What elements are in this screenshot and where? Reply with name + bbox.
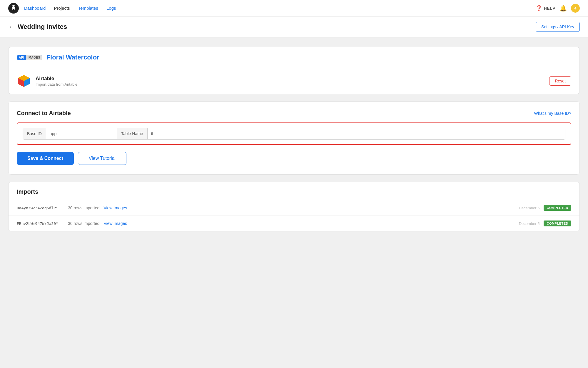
- connect-card: Connect to Airtable What's my Base ID? B…: [8, 101, 580, 175]
- airtable-title: Airtable: [36, 76, 77, 82]
- connect-section: Connect to Airtable What's my Base ID? B…: [9, 102, 579, 174]
- api-images-badge: API IMAGES: [17, 55, 42, 60]
- nav-projects[interactable]: Projects: [54, 6, 70, 11]
- imports-card: Imports Ra4ynXwZ34Zog5dlPj 30 rows impor…: [8, 182, 580, 231]
- api-badge: API: [17, 55, 26, 60]
- template-header: API IMAGES Floral Watercolor: [9, 47, 579, 68]
- whats-base-id-link[interactable]: What's my Base ID?: [534, 111, 571, 116]
- airtable-row: Airtable Import data from Airtable Reset: [9, 68, 579, 94]
- button-row: Save & Connect View Tutorial: [17, 152, 571, 165]
- svg-point-3: [14, 6, 15, 7]
- airtable-subtitle: Import data from Airtable: [36, 82, 77, 87]
- nav-dashboard[interactable]: Dashboard: [24, 6, 46, 11]
- help-icon: ❓: [536, 5, 542, 11]
- template-card: API IMAGES Floral Watercolor Airtable Im…: [8, 47, 580, 94]
- airtable-icon: [17, 74, 31, 88]
- input-row-wrapper: Base ID Table Name: [17, 122, 571, 145]
- base-id-input[interactable]: [46, 128, 117, 139]
- settings-api-key-button[interactable]: Settings / API Key: [536, 22, 580, 32]
- imports-title: Imports: [9, 182, 579, 200]
- nav-templates[interactable]: Templates: [78, 6, 98, 11]
- connect-title: Connect to Airtable: [17, 110, 71, 117]
- navigation: Dashboard Projects Templates Logs ❓ HELP…: [0, 0, 588, 16]
- notifications-bell[interactable]: 🔔: [559, 5, 567, 12]
- main-content: API IMAGES Floral Watercolor Airtable Im…: [0, 37, 588, 248]
- import-date-2: December 5: [519, 221, 540, 226]
- view-images-link-1[interactable]: View Images: [103, 205, 127, 210]
- import-id-2: EBnv2LWm947WrJa30Y: [17, 221, 64, 226]
- connect-header: Connect to Airtable What's my Base ID?: [17, 110, 571, 117]
- view-images-link-2[interactable]: View Images: [103, 221, 127, 226]
- svg-point-1: [12, 5, 15, 9]
- help-button[interactable]: ❓ HELP: [536, 5, 555, 11]
- nav-links: Dashboard Projects Templates Logs: [24, 6, 536, 11]
- reset-button[interactable]: Reset: [549, 76, 571, 86]
- nav-right: ❓ HELP 🔔 e: [536, 4, 580, 13]
- table-name-input[interactable]: [148, 128, 565, 139]
- nav-logs[interactable]: Logs: [106, 6, 116, 11]
- import-rows-text-1: 30 rows imported: [68, 205, 99, 210]
- import-date-1: December 5: [519, 206, 540, 210]
- base-id-label: Base ID: [23, 128, 46, 139]
- svg-point-2: [12, 6, 13, 7]
- template-name: Floral Watercolor: [46, 54, 99, 61]
- input-row: Base ID Table Name: [23, 128, 565, 140]
- back-button[interactable]: ←: [8, 23, 15, 31]
- images-badge: IMAGES: [26, 55, 42, 60]
- app-logo: [8, 3, 19, 14]
- import-id-1: Ra4ynXwZ34Zog5dlPj: [17, 206, 64, 210]
- completed-badge-1: COMPLETED: [544, 205, 571, 211]
- airtable-info: Airtable Import data from Airtable: [17, 74, 77, 88]
- completed-badge-2: COMPLETED: [544, 221, 571, 226]
- import-row-1: Ra4ynXwZ34Zog5dlPj 30 rows imported View…: [9, 200, 579, 216]
- import-row-2: EBnv2LWm947WrJa30Y 30 rows imported View…: [9, 216, 579, 231]
- page-header: ← Wedding Invites Settings / API Key: [0, 16, 588, 37]
- save-connect-button[interactable]: Save & Connect: [17, 152, 74, 165]
- page-title-area: ← Wedding Invites: [8, 23, 67, 31]
- page-title: Wedding Invites: [18, 23, 67, 31]
- airtable-text: Airtable Import data from Airtable: [36, 76, 77, 87]
- table-name-label: Table Name: [117, 128, 148, 139]
- view-tutorial-button[interactable]: View Tutorial: [78, 152, 126, 165]
- import-rows-text-2: 30 rows imported: [68, 221, 99, 226]
- user-avatar[interactable]: e: [571, 4, 580, 13]
